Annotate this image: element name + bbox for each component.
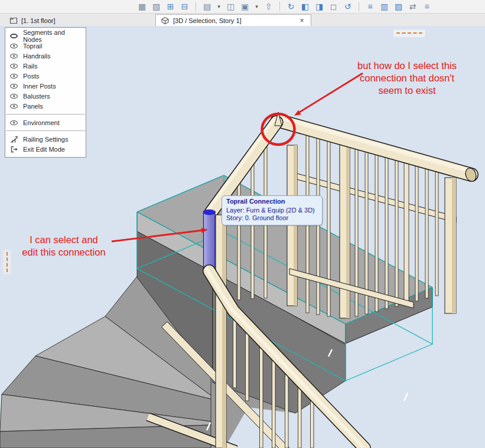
save-caret-icon[interactable]: ▾ bbox=[254, 1, 259, 12]
menu-item-panels[interactable]: Panels bbox=[5, 101, 86, 111]
eye-icon bbox=[10, 64, 18, 68]
menu-item-label: Environment bbox=[23, 119, 60, 126]
menu-item-label: Posts bbox=[23, 73, 40, 80]
railing-newel-post bbox=[216, 215, 226, 448]
note-line: connection that dosn't bbox=[333, 72, 481, 84]
element-info-tooltip: Toprail Connection Layer: Furn & Equip (… bbox=[222, 195, 323, 225]
tooltip-story: Story: 0. Ground floor bbox=[226, 214, 318, 223]
collapsed-palette-handle-left[interactable] bbox=[3, 250, 11, 274]
menu-item-exit-edit-mode[interactable]: Exit Edit Mode bbox=[5, 144, 86, 154]
eye-icon bbox=[10, 74, 18, 79]
hotlink-icon[interactable]: ▦ bbox=[137, 1, 147, 12]
guides-icon[interactable]: ≡ bbox=[422, 1, 432, 12]
annotation-note-right: but how do I select this connection that… bbox=[333, 60, 481, 97]
module-options-icon[interactable]: ⊟ bbox=[180, 1, 190, 12]
toolbar-separator bbox=[279, 2, 280, 11]
trace-caret-icon[interactable]: ▾ bbox=[216, 1, 222, 12]
zoom-out-icon[interactable]: ◨ bbox=[314, 1, 324, 12]
menu-item-label: Balusters bbox=[23, 93, 50, 100]
orbit-left-icon[interactable]: ↻ bbox=[286, 1, 296, 12]
hatch-icon[interactable]: ▨ bbox=[393, 1, 403, 12]
eye-icon bbox=[10, 44, 18, 48]
elevation-icon[interactable]: ⇧ bbox=[263, 1, 274, 12]
menu-item-environment[interactable]: Environment bbox=[5, 117, 86, 127]
floor-plan-icon bbox=[9, 17, 18, 25]
menu-separator bbox=[6, 114, 85, 115]
menu-item-handrails[interactable]: Handrails bbox=[5, 51, 86, 61]
note-line: but how do I select this bbox=[333, 60, 481, 72]
eye-icon bbox=[10, 104, 18, 109]
menu-item-railing-settings[interactable]: Railing Settings bbox=[5, 134, 86, 144]
menu-item-rails[interactable]: Rails bbox=[5, 61, 86, 71]
layers-icon[interactable]: ≡ bbox=[365, 1, 375, 12]
tab-3d-selection[interactable]: [3D / Selection, Story 1] × bbox=[155, 14, 311, 27]
3d-viewport[interactable]: Segments and Nodes Toprail Handrails Rai… bbox=[0, 26, 485, 448]
menu-item-segments-and-nodes[interactable]: Segments and Nodes bbox=[5, 31, 86, 41]
menu-item-balusters[interactable]: Balusters bbox=[5, 91, 86, 101]
annotation-note-left: I can select and edit this connection bbox=[11, 234, 117, 259]
eye-icon bbox=[10, 120, 18, 125]
eye-outline-icon bbox=[10, 34, 18, 38]
tab-1st-floor[interactable]: [1. 1st floor] bbox=[5, 14, 149, 27]
toprail-connection-highlight[interactable] bbox=[204, 210, 216, 272]
place-module-icon[interactable]: ⊞ bbox=[165, 1, 175, 12]
tab-label: [1. 1st floor] bbox=[21, 17, 55, 24]
note-line: edit this connection bbox=[11, 246, 117, 259]
tooltip-layer: Layer: Furn & Equip (2D & 3D) bbox=[226, 207, 318, 215]
menu-item-label: Inner Posts bbox=[23, 83, 56, 90]
eye-icon bbox=[10, 84, 18, 89]
railing-edit-context-menu: Segments and Nodes Toprail Handrails Rai… bbox=[5, 27, 86, 158]
trace-reference-icon[interactable]: ▤ bbox=[202, 1, 212, 12]
orbit-right-icon[interactable]: ↺ bbox=[343, 1, 353, 12]
columns-icon[interactable]: ▥ bbox=[379, 1, 389, 12]
menu-item-label: Segments and Nodes bbox=[23, 29, 82, 43]
fit-view-icon[interactable]: ◻ bbox=[328, 1, 338, 12]
close-tab-icon[interactable]: × bbox=[298, 17, 306, 25]
menu-item-label: Toprail bbox=[23, 42, 42, 50]
menu-item-label: Handrails bbox=[23, 53, 50, 60]
tab-bar: [1. 1st floor] [3D / Selection, Story 1]… bbox=[0, 13, 485, 26]
menu-item-inner-posts[interactable]: Inner Posts bbox=[5, 81, 86, 91]
note-line: I can select and bbox=[11, 234, 117, 246]
menu-item-label: Railing Settings bbox=[23, 136, 68, 143]
tooltip-title: Toprail Connection bbox=[226, 198, 318, 206]
zoom-box-icon[interactable]: ◧ bbox=[300, 1, 310, 12]
menu-item-label: Panels bbox=[23, 103, 43, 110]
toolbar-separator bbox=[359, 2, 359, 11]
eye-icon bbox=[10, 94, 18, 99]
menu-item-label: Exit Edit Mode bbox=[23, 146, 65, 153]
exit-icon bbox=[10, 145, 18, 153]
saved-views-icon[interactable]: ◫ bbox=[226, 1, 236, 12]
railing-icon bbox=[10, 135, 18, 143]
toolbar-separator bbox=[196, 2, 196, 11]
collapsed-palette-handle-top[interactable] bbox=[393, 30, 425, 37]
3d-view-icon bbox=[161, 17, 170, 25]
save-view-icon[interactable]: ▣ bbox=[240, 1, 250, 12]
swap-icon[interactable]: ⇄ bbox=[408, 1, 418, 12]
hotlink-update-icon[interactable]: ▧ bbox=[151, 1, 161, 12]
menu-separator bbox=[6, 130, 85, 131]
note-line: seem to exist bbox=[333, 84, 481, 97]
menu-item-posts[interactable]: Posts bbox=[5, 71, 86, 81]
eye-icon bbox=[10, 54, 18, 58]
menu-item-label: Rails bbox=[23, 63, 37, 70]
main-toolbar: ▦ ▧ ⊞ ⊟ ▤ ▾ ◫ ▣ ▾ ⇧ ↻ ◧ ◨ ◻ ↺ ≡ ▥ ▨ ⇄ ≡ bbox=[0, 0, 485, 13]
tab-label: [3D / Selection, Story 1] bbox=[173, 17, 242, 24]
